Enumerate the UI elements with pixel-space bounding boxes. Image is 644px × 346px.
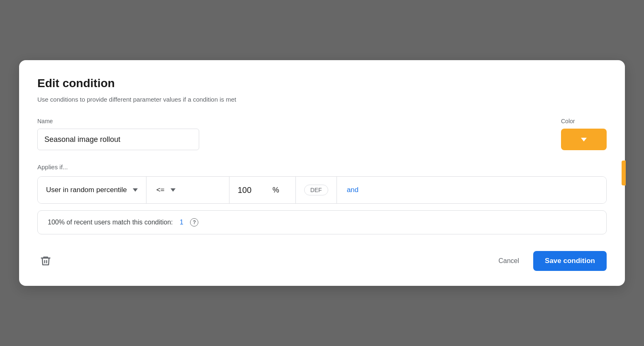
delete-button[interactable]	[37, 253, 54, 269]
modal-overlay[interactable]: Edit condition Use conditions to provide…	[0, 0, 644, 346]
name-form-group: Name	[37, 118, 544, 150]
modal-title: Edit condition	[37, 77, 607, 90]
color-form-group: Color	[561, 118, 607, 150]
help-icon[interactable]: ?	[190, 218, 198, 227]
percent-symbol: %	[273, 186, 279, 195]
cancel-button[interactable]: Cancel	[491, 253, 527, 269]
and-button[interactable]: and	[337, 177, 368, 203]
operator-label: <=	[156, 186, 165, 194]
accent-bar	[622, 161, 626, 185]
match-count: 1	[180, 219, 183, 226]
def-badge-button[interactable]: DEF	[304, 185, 328, 195]
trash-icon	[40, 255, 51, 267]
name-input[interactable]	[37, 129, 199, 150]
modal-subtitle: Use conditions to provide different para…	[37, 96, 607, 103]
applies-if-label: Applies if...	[37, 163, 607, 171]
def-badge-wrap: DEF	[296, 177, 337, 203]
chevron-down-icon	[581, 138, 587, 141]
condition-type-select[interactable]: User in random percentile	[38, 177, 146, 203]
name-label: Name	[37, 118, 544, 124]
match-info-text: 100% of recent users match this conditio…	[48, 219, 173, 226]
modal-footer: Cancel Save condition	[37, 251, 607, 271]
condition-row-container: User in random percentile <= % DEF and	[37, 176, 607, 204]
operator-select[interactable]: <=	[146, 177, 229, 203]
operator-chevron-icon	[171, 188, 176, 192]
condition-type-label: User in random percentile	[46, 186, 127, 194]
value-input-wrap: %	[229, 177, 296, 203]
footer-right: Cancel Save condition	[491, 251, 607, 271]
color-label: Color	[561, 118, 607, 124]
edit-condition-modal: Edit condition Use conditions to provide…	[19, 60, 625, 286]
condition-row: User in random percentile <= % DEF and	[38, 177, 606, 203]
condition-type-chevron-icon	[133, 188, 138, 192]
form-row: Name Color	[37, 118, 607, 150]
match-info-box: 100% of recent users match this conditio…	[37, 210, 607, 234]
color-picker-button[interactable]	[561, 129, 607, 150]
save-condition-button[interactable]: Save condition	[533, 251, 607, 271]
percentile-value-input[interactable]	[238, 185, 271, 195]
